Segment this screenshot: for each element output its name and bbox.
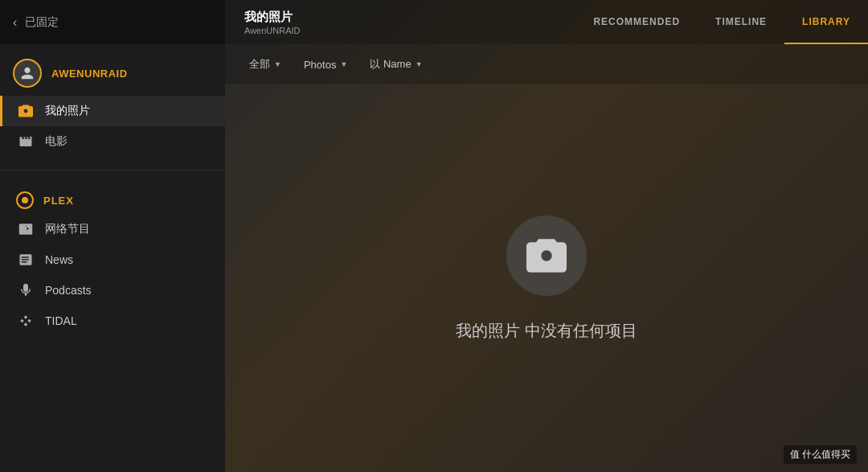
tab-library[interactable]: LIBRARY: [784, 0, 868, 44]
filter-type-button[interactable]: Photos ▼: [296, 55, 355, 75]
empty-icon-circle: [506, 215, 587, 296]
filter-all-label: 全部: [249, 57, 270, 72]
back-arrow-icon: ‹: [13, 15, 17, 30]
avatar: [13, 59, 42, 88]
camera-nav-icon: [16, 104, 35, 118]
tidal-nav-icon: [16, 314, 35, 328]
user-row[interactable]: AWENUNRAID: [0, 51, 225, 96]
tab-recommended[interactable]: RECOMMENDED: [575, 0, 698, 44]
filter-all-button[interactable]: 全部 ▼: [241, 53, 289, 76]
back-button[interactable]: ‹ 已固定: [0, 0, 225, 44]
sidebar-item-photos[interactable]: 我的照片: [0, 96, 225, 126]
title-area: 我的照片 AwenUNRAID: [225, 0, 575, 44]
mic-nav-icon: [16, 283, 35, 298]
play-nav-icon: [16, 222, 35, 236]
filter-sort-button[interactable]: 以 Name ▼: [362, 53, 430, 76]
page-subtitle: AwenUNRAID: [244, 26, 556, 35]
main-header: 我的照片 AwenUNRAID RECOMMENDED TIMELINE LIB…: [225, 0, 868, 44]
news-nav-icon: [16, 252, 35, 267]
filter-type-label: Photos: [304, 59, 336, 71]
plex-label-row: PLEX: [0, 183, 225, 214]
sidebar-item-podcasts[interactable]: Podcasts: [0, 275, 225, 306]
user-section: AWENUNRAID 我的照片 电影: [0, 44, 225, 163]
tidal-label: TIDAL: [45, 314, 77, 327]
divider: [0, 170, 225, 170]
photos-label: 我的照片: [45, 104, 90, 118]
empty-message: 我的照片 中没有任何项目: [456, 320, 637, 342]
filter-all-caret: ▼: [274, 60, 281, 68]
username-label: AWENUNRAID: [51, 68, 128, 80]
news-label: News: [45, 253, 73, 266]
plex-section-label: PLEX: [43, 195, 74, 207]
tab-timeline[interactable]: TIMELINE: [698, 0, 784, 44]
watermark: 值 什么值得买: [784, 445, 857, 464]
plex-section: PLEX 网络节目 News: [0, 177, 225, 343]
filter-sort-label: 以 Name: [370, 57, 411, 72]
filter-type-caret: ▼: [340, 60, 347, 68]
sidebar: ‹ 已固定 AWENUNRAID 我的照片: [0, 0, 225, 472]
podcasts-label: Podcasts: [45, 284, 92, 297]
filter-bar: 全部 ▼ Photos ▼ 以 Name ▼: [225, 44, 868, 84]
movies-label: 电影: [45, 134, 68, 149]
sidebar-item-tidal[interactable]: TIDAL: [0, 306, 225, 336]
filter-sort-caret: ▼: [416, 60, 423, 68]
sidebar-item-news[interactable]: News: [0, 244, 225, 275]
content-area: 我的照片 中没有任何项目: [225, 84, 868, 472]
back-label: 已固定: [25, 15, 59, 30]
sidebar-item-movies[interactable]: 电影: [0, 126, 225, 157]
page-title: 我的照片: [244, 10, 556, 25]
camera-empty-icon: [526, 236, 567, 276]
tab-bar: RECOMMENDED TIMELINE LIBRARY: [575, 0, 868, 44]
film-nav-icon: [16, 134, 35, 149]
avatar-inner: [14, 60, 40, 86]
webshow-label: 网络节目: [45, 222, 90, 236]
main-content: 我的照片 AwenUNRAID RECOMMENDED TIMELINE LIB…: [225, 0, 868, 472]
sidebar-item-webshow[interactable]: 网络节目: [0, 214, 225, 244]
plex-logo-icon: [16, 191, 34, 209]
